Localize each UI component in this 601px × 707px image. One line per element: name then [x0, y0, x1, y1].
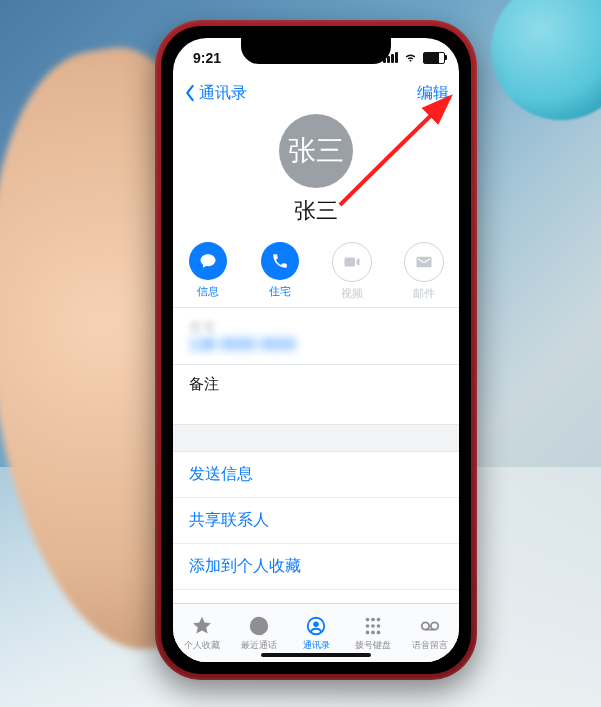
svg-point-4: [377, 617, 381, 621]
contact-icon: [305, 615, 327, 637]
notes-label: 备注: [189, 375, 219, 392]
phone-icon: [261, 242, 299, 280]
section-gap: [173, 424, 459, 452]
svg-point-2: [366, 617, 370, 621]
video-action: 视频: [326, 242, 378, 301]
svg-point-7: [377, 624, 381, 628]
star-icon: [191, 615, 213, 637]
svg-point-8: [366, 630, 370, 634]
tab-bar: 个人收藏 最近通话 通讯录 拨号键盘 语音留言: [173, 603, 459, 662]
svg-point-10: [377, 630, 381, 634]
status-right: [383, 50, 445, 65]
send-message-row[interactable]: 发送信息: [173, 452, 459, 498]
call-label: 住宅: [269, 284, 291, 299]
phone-body: 9:21 通讯录 编辑 张三 张三: [155, 20, 477, 680]
svg-point-6: [371, 624, 375, 628]
phone-bezel: 9:21 通讯录 编辑 张三 张三: [161, 26, 471, 674]
chevron-left-icon: [183, 84, 197, 102]
notes-row[interactable]: 备注: [173, 365, 459, 424]
svg-point-3: [371, 617, 375, 621]
nav-bar: 通讯录 编辑: [173, 76, 459, 110]
wifi-icon: [403, 50, 418, 65]
action-row: 信息 住宅 视频 邮件: [173, 236, 459, 307]
tab-label: 最近通话: [241, 639, 277, 652]
contact-name: 张三: [294, 196, 338, 226]
phone-number-row[interactable]: 住宅 138 0000 0000: [173, 308, 459, 364]
message-icon: [189, 242, 227, 280]
tab-label: 个人收藏: [184, 639, 220, 652]
tab-label: 语音留言: [412, 639, 448, 652]
tab-label: 通讯录: [303, 639, 330, 652]
phone-screen: 9:21 通讯录 编辑 张三 张三: [173, 38, 459, 662]
home-indicator[interactable]: [261, 653, 371, 657]
battery-icon: [423, 52, 445, 64]
avatar-initials: 张三: [288, 132, 344, 170]
tab-favorites[interactable]: 个人收藏: [173, 604, 230, 662]
share-contact-row[interactable]: 共享联系人: [173, 498, 459, 544]
mail-icon: [404, 242, 444, 282]
svg-point-11: [422, 622, 429, 629]
message-label: 信息: [197, 284, 219, 299]
call-action[interactable]: 住宅: [254, 242, 306, 301]
svg-point-1: [313, 621, 319, 627]
phone-type-label: 住宅: [189, 318, 443, 336]
svg-point-9: [371, 630, 375, 634]
video-label: 视频: [341, 286, 363, 301]
tab-voicemail[interactable]: 语音留言: [402, 604, 459, 662]
message-action[interactable]: 信息: [182, 242, 234, 301]
voicemail-icon: [419, 615, 441, 637]
mail-label: 邮件: [413, 286, 435, 301]
notch: [241, 38, 391, 64]
svg-point-5: [366, 624, 370, 628]
keypad-icon: [362, 615, 384, 637]
edit-button[interactable]: 编辑: [417, 83, 449, 104]
tab-label: 拨号键盘: [355, 639, 391, 652]
svg-point-12: [431, 622, 438, 629]
mail-action: 邮件: [398, 242, 450, 301]
phone-number: 138 0000 0000: [189, 336, 443, 354]
avatar: 张三: [279, 114, 353, 188]
video-icon: [332, 242, 372, 282]
add-favorite-row[interactable]: 添加到个人收藏: [173, 544, 459, 590]
back-label: 通讯录: [199, 83, 247, 104]
back-button[interactable]: 通讯录: [183, 83, 247, 104]
status-time: 9:21: [193, 50, 221, 66]
contact-header: 张三 张三: [173, 110, 459, 236]
clock-icon: [248, 615, 270, 637]
